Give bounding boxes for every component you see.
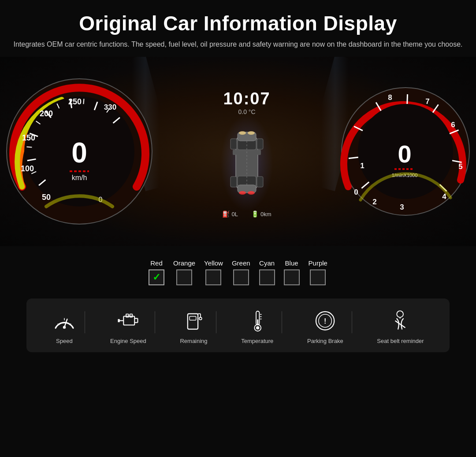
svg-text:3: 3	[400, 203, 404, 211]
color-option-purple[interactable]: Purple	[309, 259, 327, 285]
svg-rect-70	[130, 314, 132, 317]
color-checkbox-blue[interactable]	[284, 269, 300, 285]
dashboard: 50 100 150 200 250 330 0 km/h 0	[0, 57, 476, 246]
svg-text:7: 7	[425, 97, 429, 106]
svg-rect-34	[233, 150, 236, 155]
header: Original Car Information Display Integra…	[0, 0, 476, 57]
svg-text:2: 2	[372, 198, 376, 206]
feature-parking-brake: !Parking Brake	[307, 309, 343, 344]
rpm-gauge: 0 1 2 3 4 5 6 7 8 0 1/minX1000	[339, 85, 472, 217]
fuel-info: ⛽ 0L 🔋 0km	[222, 210, 271, 217]
engine-icon	[116, 309, 140, 333]
svg-rect-33	[257, 177, 263, 187]
speedometer-icon	[52, 309, 76, 333]
range-item: 🔋 0km	[251, 210, 271, 217]
page-subtitle: Integrates OEM car centric functions. Th…	[9, 39, 467, 50]
svg-text:150: 150	[22, 133, 35, 142]
svg-text:330: 330	[104, 103, 116, 111]
speedometer-gauge: 50 100 150 200 250 330 0 km/h 0	[4, 77, 154, 226]
color-option-green[interactable]: Green	[232, 259, 250, 285]
checkmark-icon: ✓	[152, 273, 160, 282]
svg-text:6: 6	[451, 121, 455, 129]
svg-text:100: 100	[21, 164, 34, 173]
svg-point-39	[239, 191, 246, 195]
svg-text:!: !	[324, 317, 326, 325]
svg-rect-30	[231, 139, 237, 149]
svg-rect-69	[126, 314, 129, 317]
svg-point-80	[199, 317, 202, 320]
svg-text:0: 0	[354, 188, 358, 196]
feature-fuel: Remaining	[180, 309, 207, 344]
color-label-green: Green	[232, 259, 250, 267]
feature-label-speedometer: Speed	[56, 338, 73, 344]
color-option-blue[interactable]: Blue	[284, 259, 300, 285]
svg-rect-31	[257, 139, 263, 149]
svg-point-40	[248, 191, 255, 195]
color-label-cyan: Cyan	[259, 259, 275, 267]
color-checkbox-purple[interactable]	[310, 269, 326, 285]
color-checkbox-orange[interactable]	[176, 269, 192, 285]
seatbelt-icon	[388, 309, 413, 333]
feature-label-parking-brake: Parking Brake	[307, 338, 343, 344]
svg-rect-32	[231, 177, 237, 187]
svg-point-84	[256, 326, 259, 329]
fuel-icon: ⛽	[222, 210, 230, 217]
feature-label-seatbelt: Seat belt reminder	[377, 338, 424, 344]
color-label-purple: Purple	[309, 259, 327, 267]
svg-text:250: 250	[68, 97, 82, 106]
color-checkbox-yellow[interactable]	[205, 269, 221, 285]
feature-label-engine: Engine Speed	[110, 338, 146, 344]
fuel-icon	[182, 309, 206, 333]
feature-label-thermometer: Temperature	[241, 338, 273, 344]
range-value: 0km	[260, 211, 271, 217]
color-option-cyan[interactable]: Cyan	[259, 259, 275, 285]
color-checkbox-cyan[interactable]	[259, 269, 275, 285]
color-checkbox-green[interactable]	[233, 269, 249, 285]
svg-text:0: 0	[71, 137, 87, 169]
color-label-red: Red	[150, 259, 163, 267]
svg-point-91	[397, 311, 404, 317]
color-label-orange: Orange	[173, 259, 195, 267]
car-silhouette	[216, 119, 278, 207]
feature-seatbelt: Seat belt reminder	[377, 309, 424, 344]
battery-icon: 🔋	[251, 210, 259, 217]
color-label-blue: Blue	[285, 259, 298, 267]
time-display: 10:07	[223, 89, 270, 108]
svg-text:0: 0	[398, 140, 411, 168]
fuel-value: 0L	[231, 211, 238, 217]
svg-text:8: 8	[388, 93, 392, 102]
svg-line-10	[26, 147, 32, 147]
color-option-orange[interactable]: Orange	[173, 259, 195, 285]
fuel-level: ⛽ 0L	[222, 210, 238, 217]
svg-line-13	[83, 99, 84, 104]
svg-point-37	[239, 131, 246, 135]
color-option-red[interactable]: Red✓	[149, 259, 164, 285]
color-checkbox-red[interactable]: ✓	[149, 269, 164, 285]
feature-engine: Engine Speed	[110, 309, 146, 344]
gauge-wrapper: 50 100 150 200 250 330 0 km/h 0	[0, 77, 476, 226]
svg-text:km/h: km/h	[72, 174, 87, 181]
svg-point-38	[248, 131, 255, 135]
svg-rect-75	[118, 319, 119, 322]
feature-thermometer: Temperature	[241, 309, 273, 344]
svg-text:1: 1	[360, 162, 364, 170]
page-title: Original Car Information Display	[9, 12, 467, 35]
feature-speedometer: Speed	[52, 309, 76, 344]
svg-rect-83	[257, 319, 258, 325]
page-container: Original Car Information Display Integra…	[0, 0, 476, 352]
svg-rect-77	[190, 317, 196, 321]
thermometer-icon	[245, 309, 269, 333]
feature-label-fuel: Remaining	[180, 338, 207, 344]
color-label-yellow: Yellow	[204, 259, 223, 267]
svg-rect-68	[123, 316, 134, 325]
color-selector: Red✓OrangeYellowGreenCyanBluePurple	[0, 246, 476, 294]
svg-point-64	[63, 326, 66, 328]
svg-text:5: 5	[458, 162, 462, 171]
svg-rect-35	[257, 150, 261, 155]
svg-text:50: 50	[42, 193, 51, 202]
features-bar: SpeedEngine SpeedRemainingTemperature!Pa…	[26, 299, 450, 352]
svg-text:200: 200	[40, 109, 53, 118]
color-option-yellow[interactable]: Yellow	[204, 259, 223, 285]
svg-line-47	[407, 94, 408, 104]
center-panel: 10:07 0.0 °C	[185, 85, 309, 217]
